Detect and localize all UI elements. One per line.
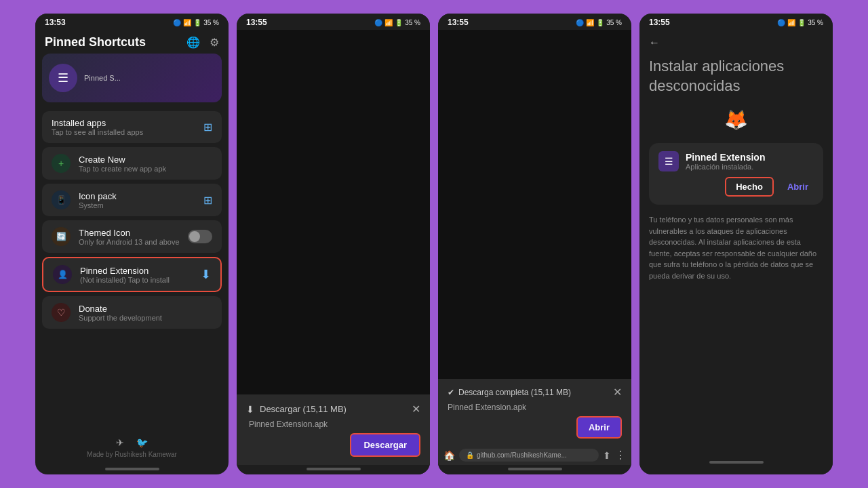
phone-2: 13:55 🔵 📶 🔋 35 % ⬇ Descargar (15,11 MB) … — [237, 14, 430, 474]
create-new-icon: + — [52, 154, 71, 173]
install-card-actions: Hecho Abrir — [658, 177, 814, 197]
status-bar-4: 13:55 🔵 📶 🔋 35 % — [639, 14, 833, 30]
settings-icon[interactable]: ⚙ — [210, 36, 219, 49]
phone4-content: ← Instalar aplicaciones desconocidas 🦊 ☰… — [639, 30, 833, 474]
phone2-content: ⬇ Descargar (15,11 MB) ✕ Pinned Extensio… — [237, 30, 430, 474]
phone-3: 13:55 🔵 📶 🔋 35 % ✔ Descarga completa (15… — [438, 14, 631, 474]
donate-text: Donate Support the development — [79, 304, 212, 322]
open-button[interactable]: Abrir — [576, 416, 622, 439]
install-warning: Tu teléfono y tus datos personales son m… — [649, 214, 823, 281]
phone1-header: Pinned Shortcuts 🌐 ⚙ — [35, 30, 229, 54]
status-bar-1: 13:53 🔵 📶 🔋 35 % — [35, 14, 229, 30]
download-arrow-icon: ⬇ — [246, 404, 254, 415]
phone2-main-area — [237, 30, 430, 394]
installed-apps-text: Installed apps Tap to see all installed … — [52, 118, 143, 136]
status-bar-3: 13:55 🔵 📶 🔋 35 % — [438, 14, 631, 30]
icon-pack-right-icon: ⊞ — [203, 194, 212, 207]
menu-item-pinned-extension[interactable]: 👤 Pinned Extension (Not installed) Tap t… — [42, 257, 222, 292]
telegram-icon[interactable]: ✈ — [116, 437, 124, 448]
create-new-sub: Tap to create new app apk — [79, 165, 212, 173]
status-icons-1: 🔵 📶 🔋 35 % — [173, 19, 219, 26]
donate-icon: ♡ — [52, 303, 71, 322]
icon-pack-icon: 📱 — [52, 190, 71, 209]
firefox-logo: 🦊 — [722, 105, 751, 134]
menu-item-create-new[interactable]: + Create New Tap to create new app apk — [42, 147, 222, 180]
status-icons-2: 🔵 📶 🔋 35 % — [374, 19, 420, 26]
phone3-content: ✔ Descarga completa (15,11 MB) ✕ Pinned … — [438, 30, 631, 474]
menu-item-icon-pack[interactable]: 📱 Icon pack System ⊞ — [42, 184, 222, 216]
globe-icon[interactable]: 🌐 — [186, 36, 200, 49]
complete-row1: ✔ Descarga completa (15,11 MB) ✕ — [448, 386, 622, 399]
pinned-extension-sub: (Not installed) Tap to install — [80, 276, 193, 284]
complete-bar: ✔ Descarga completa (15,11 MB) ✕ Pinned … — [438, 379, 631, 445]
footer: ✈ 🐦 Made by Rushikesh Kamewar — [35, 432, 229, 465]
status-time-4: 13:55 — [649, 18, 670, 27]
menu-item-donate[interactable]: ♡ Donate Support the development — [42, 296, 222, 329]
installed-sub: Tap to see all installed apps — [52, 128, 143, 136]
twitter-icon[interactable]: 🐦 — [136, 437, 148, 448]
download-label: ⬇ Descargar (15,11 MB) — [246, 404, 347, 415]
pinned-extension-label: Pinned Extension — [80, 266, 193, 276]
browser-home-icon[interactable]: 🏠 — [443, 450, 455, 461]
status-icons-3: 🔵 📶 🔋 35 % — [576, 19, 622, 26]
install-app-name: Pinned Extension — [686, 152, 765, 163]
themed-icon-toggle[interactable] — [188, 230, 212, 243]
icon-pack-text: Icon pack System — [79, 191, 195, 209]
lock-icon: 🔒 — [466, 451, 474, 459]
url-bar[interactable]: 🔒 github.com/RushikeshKame... — [459, 449, 599, 462]
hero-app-name: Pinned S... — [84, 74, 121, 82]
installed-apps-icon: ⊞ — [203, 121, 212, 134]
phone3-main-area — [438, 30, 631, 379]
browser-more-icon[interactable]: ⋮ — [615, 449, 626, 462]
abrir-button[interactable]: Abrir — [782, 177, 814, 197]
header-icons: 🌐 ⚙ — [186, 36, 219, 49]
status-time-2: 13:55 — [246, 18, 267, 27]
phone-4: 13:55 🔵 📶 🔋 35 % ← Instalar aplicaciones… — [639, 14, 833, 474]
pinned-extension-text: Pinned Extension (Not installed) Tap to … — [80, 266, 193, 284]
browser-upload-icon[interactable]: ⬆ — [603, 450, 611, 461]
status-time-3: 13:55 — [448, 18, 469, 27]
download-row1: ⬇ Descargar (15,11 MB) ✕ — [246, 403, 420, 415]
installed-label: Installed apps — [52, 118, 143, 128]
status-time-1: 13:53 — [45, 18, 66, 27]
download-btn-row: Descargar — [246, 433, 420, 457]
close-complete-button[interactable]: ✕ — [613, 386, 622, 399]
install-title: Instalar aplicaciones desconocidas — [649, 57, 823, 96]
hecho-button[interactable]: Hecho — [725, 177, 774, 197]
close-download-button[interactable]: ✕ — [412, 403, 420, 415]
url-text: github.com/RushikeshKame... — [477, 451, 567, 459]
create-new-text: Create New Tap to create new app apk — [79, 155, 212, 173]
pinned-extension-icon: 👤 — [53, 265, 72, 284]
phone-1: 13:53 🔵 📶 🔋 35 % Pinned Shortcuts 🌐 ⚙ ☰ … — [35, 14, 229, 474]
install-card: ☰ Pinned Extension Aplicación instalada.… — [649, 143, 823, 205]
footer-credit: Made by Rushikesh Kamewar — [45, 451, 219, 458]
installed-apps-row[interactable]: Installed apps Tap to see all installed … — [42, 111, 222, 143]
descargar-button[interactable]: Descargar — [350, 433, 420, 457]
themed-icon-sub: Only for Android 13 and above — [79, 238, 180, 246]
install-app-icon: ☰ — [658, 151, 679, 171]
hero-banner: ☰ Pinned S... — [42, 54, 222, 102]
icon-pack-label: Icon pack — [79, 191, 195, 201]
back-button[interactable]: ← — [649, 37, 823, 49]
install-card-header: ☰ Pinned Extension Aplicación instalada. — [658, 151, 814, 171]
themed-icon-icon: 🔄 — [52, 227, 71, 246]
themed-icon-label: Themed Icon — [79, 228, 180, 238]
donate-label: Donate — [79, 304, 212, 314]
create-new-label: Create New — [79, 155, 212, 165]
phone1-content: Pinned Shortcuts 🌐 ⚙ ☰ Pinned S... Insta… — [35, 30, 229, 474]
donate-sub: Support the development — [79, 314, 212, 322]
toggle-knob — [189, 231, 200, 242]
menu-item-themed-icon[interactable]: 🔄 Themed Icon Only for Android 13 and ab… — [42, 220, 222, 253]
checkmark-icon: ✔ — [448, 388, 454, 397]
icon-pack-sub: System — [79, 201, 195, 209]
download-filename: Pinned Extension.apk — [246, 420, 420, 429]
install-app-sub: Aplicación instalada. — [686, 163, 765, 171]
home-indicator-4 — [709, 461, 764, 464]
complete-filename: Pinned Extension.apk — [448, 403, 622, 412]
page-title: Pinned Shortcuts — [45, 35, 146, 49]
home-indicator-container-4 — [649, 458, 823, 468]
status-bar-2: 13:55 🔵 📶 🔋 35 % — [237, 14, 430, 30]
complete-label-text: Descarga completa (15,11 MB) — [458, 388, 571, 397]
app-icon: ☰ — [49, 64, 77, 92]
themed-icon-text: Themed Icon Only for Android 13 and abov… — [79, 228, 180, 246]
